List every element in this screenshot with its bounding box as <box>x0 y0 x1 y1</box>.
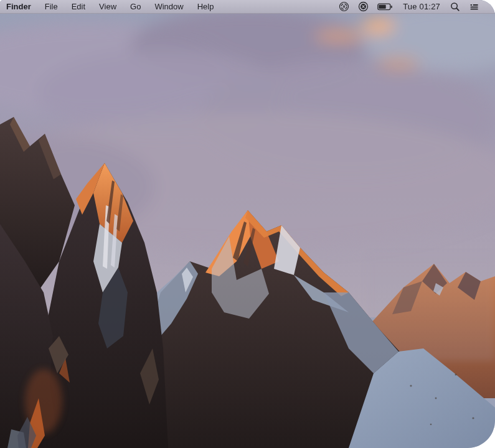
menu-help[interactable]: Help <box>191 0 221 13</box>
spotlight-search-icon[interactable] <box>446 0 464 13</box>
menu-bar-status-area: Tue 01:27 <box>334 0 495 13</box>
menu-window[interactable]: Window <box>148 0 190 13</box>
circle-x-icon[interactable] <box>354 0 373 13</box>
menu-file[interactable]: File <box>38 0 65 13</box>
menu-view[interactable]: View <box>92 0 123 13</box>
menu-bar: Finder File Edit View Go Window Help <box>0 0 495 14</box>
notification-center-icon[interactable] <box>464 0 484 13</box>
menu-go[interactable]: Go <box>123 0 148 13</box>
menu-edit[interactable]: Edit <box>65 0 92 13</box>
menu-bar-clock[interactable]: Tue 01:27 <box>397 0 446 13</box>
desktop[interactable]: Finder File Edit View Go Window Help <box>0 0 495 448</box>
battery-icon[interactable] <box>373 0 397 13</box>
menu-finder[interactable]: Finder <box>6 0 38 13</box>
wallpaper-mountain-image <box>0 0 495 448</box>
concentric-circles-icon[interactable] <box>334 0 354 13</box>
menu-bar-menus: Finder File Edit View Go Window Help <box>0 0 220 13</box>
